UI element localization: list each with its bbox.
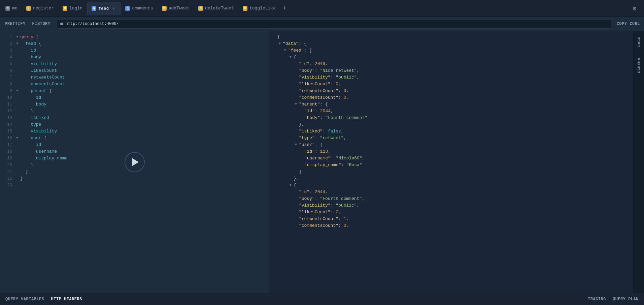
toolbar: PRETTIFY HISTORY http://localhost:4000/ …: [0, 17, 644, 31]
response-line-1: ▼"data": {: [269, 40, 633, 47]
tab-icon-me: M: [5, 6, 10, 11]
query-variables-button[interactable]: QUERY VARIABLES: [5, 297, 44, 302]
json-arrow-16[interactable]: ▼: [295, 142, 299, 148]
response-line-28: "commentsCount": 0,: [269, 222, 633, 229]
query-line-16: 16▼ user {: [0, 135, 269, 142]
query-line-15: 15 visibility: [0, 128, 269, 135]
response-line-0: {: [269, 34, 633, 40]
query-line-4: 4 body: [0, 54, 269, 61]
response-panel: {▼"data": {▼"feed": [▼{"id": 2046,"body"…: [269, 31, 633, 293]
tab-label-feed: feed: [98, 6, 109, 11]
settings-icon[interactable]: ⚙: [629, 3, 640, 14]
response-line-17: "id": 113,: [269, 148, 633, 155]
tab-icon-deleteTweet: M: [198, 6, 203, 11]
json-arrow-10[interactable]: ▼: [295, 101, 299, 108]
response-line-10: ▼"parent": {: [269, 101, 633, 108]
json-arrow-3[interactable]: ▼: [290, 54, 294, 61]
query-line-9: 9▼ parent {: [0, 88, 269, 94]
tab-toggleLike[interactable]: MtoggleLike: [239, 2, 280, 15]
url-text: http://localhost:4000/: [66, 22, 119, 26]
prettify-button[interactable]: PRETTIFY: [4, 20, 26, 28]
schema-tab-button[interactable]: SCHEMA: [636, 55, 642, 76]
response-line-11: "id": 2044,: [269, 108, 633, 115]
response-line-5: "body": "Nice retweet",: [269, 67, 633, 74]
tab-label-toggleLike: toggleLike: [249, 6, 276, 11]
history-button[interactable]: HISTORY: [32, 20, 51, 28]
main-content: 1▼query {2▼ feed {3 id4 body5 visibility…: [0, 31, 644, 293]
json-arrow-2[interactable]: ▼: [284, 47, 288, 54]
tab-icon-toggleLike: M: [243, 6, 247, 11]
response-line-4: "id": 2046,: [269, 61, 633, 67]
response-line-3: ▼{: [269, 54, 633, 61]
response-line-2: ▼"feed": [: [269, 47, 633, 54]
response-line-23: "id": 2044,: [269, 189, 633, 195]
tab-login[interactable]: Mlogin: [59, 2, 87, 15]
run-button[interactable]: [125, 152, 145, 172]
response-line-20: }: [269, 169, 633, 175]
response-line-7: "likesCount": 0,: [269, 81, 633, 88]
tab-label-register: register: [33, 6, 54, 11]
tab-icon-comments: Q: [125, 6, 130, 11]
right-tab-divider: [636, 52, 642, 52]
response-line-12: "body": "Fourth comment": [269, 115, 633, 121]
query-line-1: 1▼query {: [0, 34, 269, 40]
tab-comments[interactable]: Qcomments: [121, 2, 157, 15]
json-arrow-22[interactable]: ▼: [290, 182, 294, 189]
query-line-3: 3 id: [0, 47, 269, 54]
query-panel: 1▼query {2▼ feed {3 id4 body5 visibility…: [0, 31, 269, 293]
tab-icon-feed: Q: [92, 6, 96, 11]
query-line-6: 6 likesCount: [0, 67, 269, 74]
query-line-5: 5 visibility: [0, 61, 269, 67]
query-line-14: 14 type: [0, 121, 269, 128]
tab-register[interactable]: Mregister: [22, 2, 58, 15]
tab-close-feed[interactable]: ×: [111, 6, 116, 11]
copy-curl-button[interactable]: COPY CURL: [617, 22, 640, 26]
query-line-2: 2▼ feed {: [0, 40, 269, 47]
url-bar[interactable]: http://localhost:4000/: [57, 19, 611, 29]
tab-label-deleteTweet: deleteTweet: [205, 6, 234, 11]
response-line-24: "body": "Fourth comment",: [269, 195, 633, 202]
tab-me[interactable]: Mme: [1, 2, 22, 15]
query-line-10: 10 id: [0, 94, 269, 101]
tab-icon-register: M: [26, 6, 31, 11]
tab-icon-addTweet: M: [162, 6, 167, 11]
response-line-21: },: [269, 175, 633, 182]
query-line-17: 17 id: [0, 142, 269, 148]
query-line-23: 23: [0, 182, 269, 189]
response-line-16: ▼"user": {: [269, 142, 633, 148]
tab-icon-login: M: [63, 6, 67, 11]
tab-label-addTweet: addTweet: [169, 6, 190, 11]
bottom-bar: QUERY VARIABLES HTTP HEADERS TRACING QUE…: [0, 293, 644, 305]
query-line-11: 11 body: [0, 101, 269, 108]
tab-deleteTweet[interactable]: MdeleteTweet: [194, 2, 238, 15]
query-line-8: 8 commentsCount: [0, 81, 269, 88]
response-line-6: "visibility": "public",: [269, 74, 633, 81]
url-dot: [60, 23, 63, 25]
query-line-13: 13 isLiked: [0, 115, 269, 121]
tab-feed[interactable]: Qfeed×: [87, 2, 121, 15]
response-line-9: "commentsCount": 0,: [269, 94, 633, 101]
response-line-26: "likesCount": 0,: [269, 209, 633, 216]
response-line-13: },: [269, 121, 633, 128]
json-arrow-1[interactable]: ▼: [279, 40, 283, 47]
add-tab-button[interactable]: +: [280, 4, 289, 13]
tab-addTweet[interactable]: MaddTweet: [158, 2, 194, 15]
http-headers-button[interactable]: HTTP HEADERS: [51, 297, 82, 302]
response-line-14: "isLiked": false,: [269, 128, 633, 135]
response-line-22: ▼{: [269, 182, 633, 189]
tab-label-comments: comments: [132, 6, 153, 11]
tab-label-me: me: [12, 6, 18, 11]
tracing-button[interactable]: TRACING: [588, 297, 606, 302]
response-line-25: "visibility": "public",: [269, 202, 633, 209]
right-tabs: DOCS SCHEMA: [633, 31, 644, 293]
response-line-8: "retweetsCount": 0,: [269, 88, 633, 94]
tab-bar: MmeMregisterMloginQfeed×QcommentsMaddTwe…: [0, 0, 644, 17]
query-line-7: 7 retweetsCount: [0, 74, 269, 81]
query-line-12: 12 }: [0, 108, 269, 115]
query-line-22: 22}: [0, 175, 269, 182]
query-plan-button[interactable]: QUERY PLAN: [613, 297, 639, 302]
docs-tab-button[interactable]: DOCS: [636, 34, 642, 49]
response-line-19: "display_name": "Rosa": [269, 162, 633, 169]
response-line-27: "retweetsCount": 1,: [269, 216, 633, 222]
response-line-15: "type": "retweet",: [269, 135, 633, 142]
